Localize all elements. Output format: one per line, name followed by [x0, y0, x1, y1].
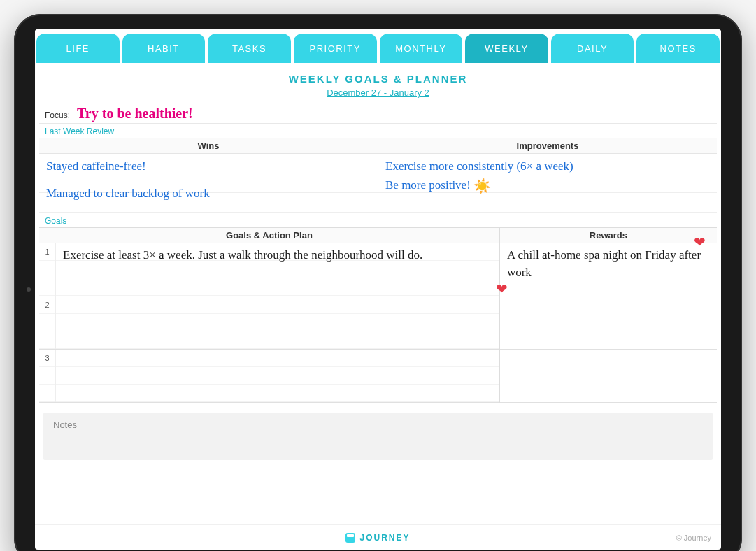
- goal-row-2[interactable]: 2: [39, 296, 499, 350]
- date-range-link[interactable]: December 27 - January 2: [327, 87, 429, 98]
- footer-brand[interactable]: JOURNEY: [345, 533, 410, 543]
- tab-daily[interactable]: DAILY: [551, 34, 634, 63]
- footer-copyright: © Journey: [676, 534, 711, 542]
- tab-notes[interactable]: NOTES: [636, 34, 720, 63]
- goal-num-3: 3: [39, 350, 56, 402]
- tab-priority[interactable]: PRIORITY: [294, 34, 377, 63]
- rewards-column: Rewards ❤ A chill at-home spa night on F…: [500, 228, 717, 403]
- tab-monthly[interactable]: MONTHLY: [380, 34, 463, 63]
- journey-logo-icon: [345, 533, 355, 543]
- wins-area[interactable]: Stayed caffeine-free! Managed to clear b…: [39, 154, 378, 213]
- heart-icon: ❤: [694, 234, 706, 250]
- page-title: WEEKLY GOALS & PLANNER: [35, 73, 721, 85]
- focus-label: Focus:: [45, 110, 70, 120]
- goals-section-label: Goals: [39, 213, 717, 226]
- wins-line-1: Stayed caffeine-free!: [46, 157, 371, 176]
- reward-text-1: A chill at-home spa night on Friday afte…: [507, 246, 710, 281]
- goals-plan-header: Goals & Action Plan: [39, 228, 499, 243]
- improvements-area[interactable]: Exercise more consistently (6× a week) B…: [378, 154, 717, 213]
- review-section-label: Last Week Review: [39, 124, 717, 136]
- brand-text: JOURNEY: [359, 533, 410, 543]
- screen: LIFE HABIT TASKS PRIORITY MONTHLY WEEKLY…: [35, 29, 721, 550]
- goal-num-2: 2: [39, 296, 56, 349]
- goals-plan-column: Goals & Action Plan 1 Exercise at least …: [39, 228, 500, 403]
- improvements-header: Improvements: [378, 138, 717, 154]
- goal-row-1[interactable]: 1 Exercise at least 3× a week. Just a wa…: [39, 243, 499, 296]
- reward-cell-1[interactable]: ❤ A chill at-home spa night on Friday af…: [500, 243, 717, 296]
- improvements-column: Improvements Exercise more consistently …: [378, 138, 717, 213]
- goal-plan-3: [56, 350, 499, 402]
- goal-num-1: 1: [39, 243, 56, 296]
- tab-life[interactable]: LIFE: [36, 34, 120, 63]
- tab-bar: LIFE HABIT TASKS PRIORITY MONTHLY WEEKLY…: [35, 29, 721, 63]
- focus-row: Focus: Try to be healthier!: [39, 103, 717, 124]
- goals-table: Goals & Action Plan 1 Exercise at least …: [39, 227, 717, 403]
- reward-cell-2[interactable]: [500, 296, 717, 350]
- notes-box[interactable]: Notes: [43, 413, 713, 460]
- content-area: Focus: Try to be healthier! Last Week Re…: [35, 103, 721, 524]
- sun-icon: ☀️: [473, 177, 491, 196]
- notes-label: Notes: [53, 420, 77, 430]
- improvements-line-1: Exercise more consistently (6× a week): [385, 157, 710, 176]
- heart-icon: ❤: [496, 280, 508, 297]
- tablet-frame: LIFE HABIT TASKS PRIORITY MONTHLY WEEKLY…: [14, 14, 742, 551]
- reward-cell-3[interactable]: [500, 350, 717, 403]
- focus-text[interactable]: Try to be healthier!: [77, 106, 193, 122]
- wins-header: Wins: [39, 138, 378, 154]
- goal-plan-2: [56, 296, 499, 349]
- improvements-line-2: Be more positive! ☀️: [385, 176, 710, 196]
- goal-row-3[interactable]: 3: [39, 350, 499, 403]
- goal-plan-1: Exercise at least 3× a week. Just a walk…: [56, 243, 499, 296]
- tab-habit[interactable]: HABIT: [122, 34, 206, 63]
- wins-line-2: Managed to clear backlog of work: [46, 184, 371, 203]
- review-table: Wins Stayed caffeine-free! Managed to cl…: [39, 138, 717, 213]
- footer: JOURNEY © Journey: [35, 524, 721, 550]
- page-header: WEEKLY GOALS & PLANNER December 27 - Jan…: [35, 63, 721, 103]
- tab-weekly[interactable]: WEEKLY: [465, 34, 548, 63]
- tab-tasks[interactable]: TASKS: [208, 34, 291, 63]
- wins-column: Wins Stayed caffeine-free! Managed to cl…: [39, 138, 378, 213]
- rewards-header: Rewards: [500, 228, 717, 243]
